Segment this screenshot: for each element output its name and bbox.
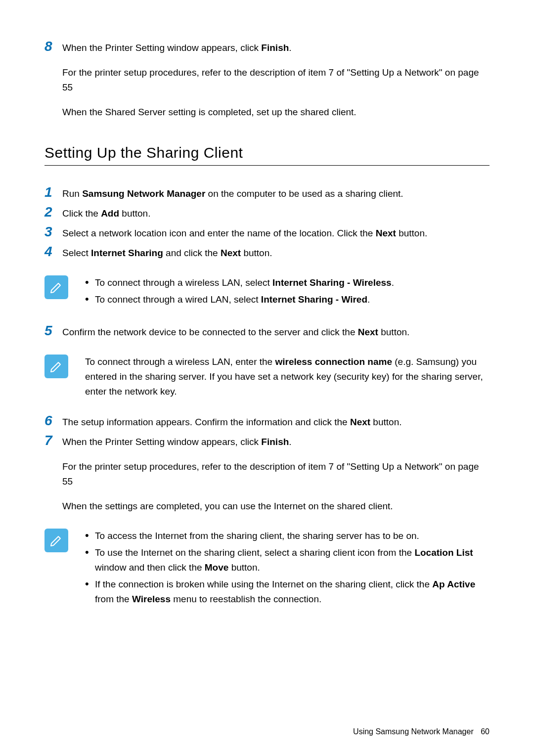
note-1-b1-post: . xyxy=(392,277,394,288)
client-step-5-text: Confirm the network device to be connect… xyxy=(62,324,490,340)
client-step-2-pre: Click the xyxy=(62,208,101,219)
client-step-1-number: 1 xyxy=(44,185,62,199)
client-step-4-number: 4 xyxy=(44,245,62,259)
note-block-1: To connect through a wireless LAN, selec… xyxy=(44,275,490,309)
client-step-6-text: The setup information appears. Confirm t… xyxy=(62,414,490,430)
note-3-b2-mid: window and then click the xyxy=(95,562,205,573)
step-8-text-pre: When the Printer Setting window appears,… xyxy=(62,43,261,53)
client-step-5-number: 5 xyxy=(44,324,62,338)
client-step-4-row: 4 Select Internet Sharing and click the … xyxy=(44,245,490,261)
client-step-6-row: 6 The setup information appears. Confirm… xyxy=(44,414,490,430)
note-3-b2-post: button. xyxy=(228,562,260,573)
client-step-2-text: Click the Add button. xyxy=(62,205,490,221)
note-3-bullet-1: To access the Internet from the sharing … xyxy=(85,529,490,543)
pencil-note-icon xyxy=(48,358,64,374)
note-3-b3-bold: Ap Active xyxy=(432,579,475,589)
client-step-4-pre: Select xyxy=(62,248,91,258)
note-3-b3-post: menu to reestablish the connection. xyxy=(171,594,321,604)
client-step-3-number: 3 xyxy=(44,225,62,239)
note-1-bullet-1: To connect through a wireless LAN, selec… xyxy=(85,275,490,290)
client-step-2-row: 2 Click the Add button. xyxy=(44,205,490,221)
note-2-pre: To connect through a wireless LAN, enter… xyxy=(85,356,275,367)
client-step-7-row: 7 When the Printer Setting window appear… xyxy=(44,434,490,449)
client-step-1-text: Run Samsung Network Manager on the compu… xyxy=(62,185,490,201)
client-step-7-line2: For the printer setup procedures, refer … xyxy=(62,459,490,489)
note-3-b2-bold: Location List xyxy=(414,547,473,558)
pencil-note-icon xyxy=(48,533,64,548)
client-step-3-pre: Select a network location icon and enter… xyxy=(62,228,376,238)
client-step-5-bold: Next xyxy=(358,327,378,337)
note-3-b3-bold2: Wireless xyxy=(132,594,171,604)
section-divider xyxy=(44,165,490,166)
note-3-content: To access the Internet from the sharing … xyxy=(85,529,490,609)
note-3-b2-pre: To use the Internet on the sharing clien… xyxy=(95,547,414,558)
client-step-4-text: Select Internet Sharing and click the Ne… xyxy=(62,245,490,261)
note-3-b3-pre: If the connection is broken while using … xyxy=(95,579,432,589)
note-2-bold: wireless connection name xyxy=(275,356,392,367)
note-1-b2-post: . xyxy=(367,294,370,305)
note-1-b2-bold: Internet Sharing - Wired xyxy=(261,294,367,305)
client-step-3-post: button. xyxy=(396,228,427,238)
client-step-3-row: 3 Select a network location icon and ent… xyxy=(44,225,490,241)
page-footer: Using Samsung Network Manager 60 xyxy=(353,727,490,736)
note-icon xyxy=(44,275,68,299)
note-block-3: To access the Internet from the sharing … xyxy=(44,529,490,609)
client-step-1-pre: Run xyxy=(62,188,82,199)
note-2-content: To connect through a wireless LAN, enter… xyxy=(85,355,490,399)
client-step-7-text: When the Printer Setting window appears,… xyxy=(62,434,490,449)
step-8-number: 8 xyxy=(44,40,62,53)
client-step-3-text: Select a network location icon and enter… xyxy=(62,225,490,241)
pencil-note-icon xyxy=(48,279,64,295)
note-block-2: To connect through a wireless LAN, enter… xyxy=(44,355,490,399)
note-icon xyxy=(44,529,68,552)
step-8-text: When the Printer Setting window appears,… xyxy=(62,40,490,55)
note-3-b2-bold2: Move xyxy=(205,562,229,573)
section-title: Setting Up the Sharing Client xyxy=(44,144,490,161)
client-step-1-bold: Samsung Network Manager xyxy=(82,188,205,199)
step-8-line2: For the printer setup procedures, refer … xyxy=(62,65,490,95)
note-1-bullet-2: To connect through a wired LAN, select I… xyxy=(85,292,490,307)
client-step-7-post: . xyxy=(289,437,291,447)
client-step-4-bold2: Next xyxy=(221,248,241,258)
footer-text: Using Samsung Network Manager xyxy=(353,727,474,736)
step-8-line3: When the Shared Server setting is comple… xyxy=(62,105,490,120)
client-step-7-bold: Finish xyxy=(261,437,289,447)
client-step-5-pre: Confirm the network device to be connect… xyxy=(62,327,358,337)
client-step-7-pre: When the Printer Setting window appears,… xyxy=(62,437,261,447)
note-3-b3-mid: from the xyxy=(95,594,132,604)
note-3-b1: To access the Internet from the sharing … xyxy=(95,531,419,541)
note-1-b1-pre: To connect through a wireless LAN, selec… xyxy=(95,277,272,288)
client-step-7-line3: When the settings are completed, you can… xyxy=(62,499,490,514)
client-step-2-post: button. xyxy=(119,208,150,219)
step-8-text-bold: Finish xyxy=(261,43,289,53)
client-step-1-post: on the computer to be used as a sharing … xyxy=(205,188,403,199)
note-icon xyxy=(44,355,68,378)
client-step-5-post: button. xyxy=(378,327,409,337)
note-3-bullet-3: If the connection is broken while using … xyxy=(85,577,490,607)
note-1-content: To connect through a wireless LAN, selec… xyxy=(85,275,490,309)
client-step-4-bold: Internet Sharing xyxy=(91,248,163,258)
client-step-1-row: 1 Run Samsung Network Manager on the com… xyxy=(44,185,490,201)
step-8-text-post: . xyxy=(289,43,291,53)
client-step-6-number: 6 xyxy=(44,414,62,428)
client-step-3-bold: Next xyxy=(376,228,396,238)
client-step-4-mid: and click the xyxy=(163,248,221,258)
client-step-2-bold: Add xyxy=(101,208,119,219)
client-step-6-bold: Next xyxy=(350,417,370,427)
client-step-5-row: 5 Confirm the network device to be conne… xyxy=(44,324,490,340)
footer-page-number: 60 xyxy=(481,727,490,736)
note-3-bullet-2: To use the Internet on the sharing clien… xyxy=(85,545,490,575)
client-step-6-post: button. xyxy=(370,417,401,427)
client-step-4-post: button. xyxy=(241,248,272,258)
note-1-b1-bold: Internet Sharing - Wireless xyxy=(272,277,392,288)
client-step-7-number: 7 xyxy=(44,434,62,447)
client-step-6-pre: The setup information appears. Confirm t… xyxy=(62,417,350,427)
step-8-row: 8 When the Printer Setting window appear… xyxy=(44,40,490,55)
client-step-2-number: 2 xyxy=(44,205,62,219)
note-1-b2-pre: To connect through a wired LAN, select xyxy=(95,294,261,305)
